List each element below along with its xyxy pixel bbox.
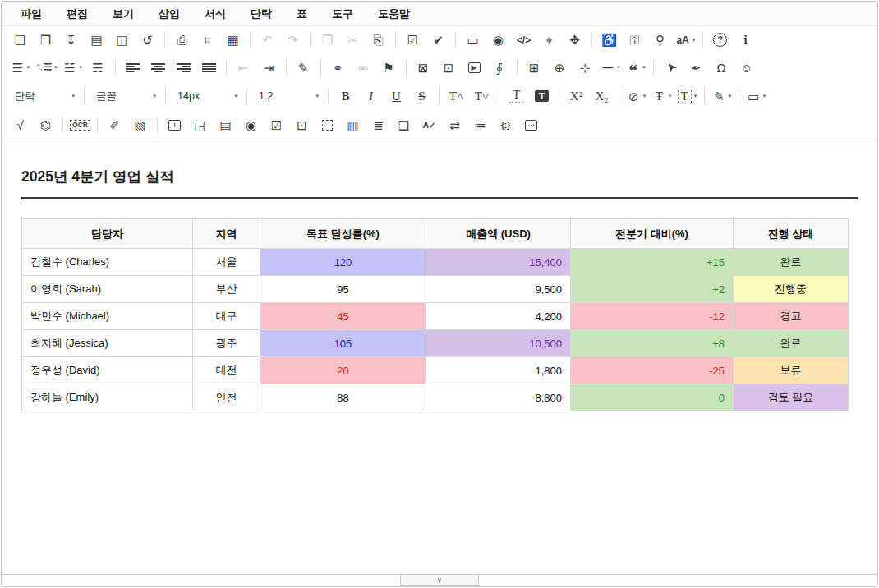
- table-cell[interactable]: +15: [571, 249, 734, 276]
- media-button[interactable]: ▶: [463, 56, 486, 79]
- menu-paragraph[interactable]: 단락: [238, 2, 284, 26]
- table-cell[interactable]: 10,500: [426, 330, 571, 357]
- image-search-button[interactable]: ⊡: [437, 56, 461, 79]
- table-cell[interactable]: 보류: [734, 357, 849, 384]
- column-header-6[interactable]: 진행 상태: [734, 219, 849, 249]
- ruler-button[interactable]: ▭: [461, 29, 485, 52]
- superscript-button[interactable]: X²: [564, 85, 588, 108]
- table-cell[interactable]: 88: [260, 384, 426, 411]
- help-button[interactable]: ?: [708, 29, 732, 52]
- multilevel-list-button[interactable]: ☴: [86, 56, 110, 79]
- align-left-button[interactable]: [121, 56, 145, 79]
- column-header-2[interactable]: 지역: [193, 219, 260, 249]
- table-cell[interactable]: 20: [260, 357, 426, 384]
- column-header-1[interactable]: 담당자: [22, 219, 193, 249]
- copy-page-button[interactable]: ❑: [392, 114, 416, 137]
- table-cell[interactable]: 45: [260, 303, 426, 330]
- paragraph-properties-button[interactable]: ✎▾: [710, 85, 734, 108]
- checkbox-button[interactable]: ☑: [265, 114, 288, 137]
- table-cell[interactable]: 4,200: [426, 303, 571, 330]
- column-header-4[interactable]: 매출액 (USD): [426, 219, 571, 249]
- find-document-button[interactable]: ⌖: [537, 29, 561, 52]
- special-character-button[interactable]: Ω: [710, 56, 734, 79]
- table-cell[interactable]: 인천: [193, 384, 260, 411]
- font-size-select[interactable]: 14px▾: [170, 85, 242, 108]
- table-cell[interactable]: 서울: [193, 249, 260, 276]
- table-cell[interactable]: 0: [571, 384, 734, 411]
- table-cell[interactable]: +8: [571, 330, 734, 357]
- transfer-content-button[interactable]: ⇄: [443, 114, 467, 137]
- horizontal-line-button[interactable]: —▾: [599, 56, 623, 79]
- indent-button[interactable]: ⇥: [257, 56, 281, 79]
- code-snippet-button[interactable]: {;}: [494, 114, 518, 137]
- underline-button[interactable]: U: [384, 85, 408, 108]
- table-cell[interactable]: 대구: [193, 303, 260, 330]
- table-insert-button[interactable]: ⊞: [522, 56, 546, 79]
- menu-edit[interactable]: 편집: [54, 2, 100, 26]
- table-cell[interactable]: 완료: [734, 330, 849, 357]
- search-button[interactable]: ⚲: [648, 29, 672, 52]
- table-cell[interactable]: 진행중: [734, 276, 849, 303]
- source-code-button[interactable]: </>: [512, 29, 536, 52]
- numbered-list-button[interactable]: ⒈☰▾: [34, 56, 59, 79]
- select-tool-button[interactable]: ➤: [659, 56, 683, 79]
- display-mode-button[interactable]: ▭▾: [744, 85, 768, 108]
- editor-content[interactable]: 2025년 4분기 영업 실적 담당자지역목표 달성률(%)매출액 (USD)전…: [2, 167, 877, 587]
- table-cell[interactable]: 120: [260, 249, 426, 276]
- font-case-button[interactable]: aA▾: [674, 29, 697, 52]
- paste-special-button[interactable]: ☑: [401, 29, 425, 52]
- image-button[interactable]: ⊠: [412, 56, 435, 79]
- italic-button[interactable]: I: [359, 85, 383, 108]
- button-field-button[interactable]: ⊡: [290, 114, 314, 137]
- form-layout-button[interactable]: ▥: [341, 114, 365, 137]
- save-download-button[interactable]: ↧: [59, 29, 83, 52]
- list-field-button[interactable]: ≣: [366, 114, 390, 137]
- history-restore-button[interactable]: ↺: [136, 29, 159, 52]
- table-cell[interactable]: 9,500: [426, 276, 571, 303]
- text-color-button[interactable]: T: [504, 85, 528, 108]
- comment-button[interactable]: ⋯: [519, 114, 543, 137]
- info-button[interactable]: i: [734, 29, 757, 52]
- decrease-font-size-button[interactable]: T˅: [470, 85, 494, 108]
- lock-button[interactable]: ⚿: [623, 29, 647, 52]
- detail-list-button[interactable]: ≔: [468, 114, 492, 137]
- fullscreen-button[interactable]: ✥: [563, 29, 587, 52]
- table-cell[interactable]: 1,800: [426, 357, 571, 384]
- table-cell[interactable]: 95: [260, 276, 426, 303]
- table-cell[interactable]: 대전: [193, 357, 260, 384]
- table-cell[interactable]: 박민수 (Michael): [22, 303, 193, 330]
- blockquote-button[interactable]: “▾: [624, 56, 648, 79]
- table-cell[interactable]: 이영희 (Sarah): [22, 276, 193, 303]
- document-template-button[interactable]: ▤: [85, 29, 108, 52]
- table-cell[interactable]: 8,800: [426, 384, 571, 411]
- line-height-select[interactable]: 1.2▾: [251, 85, 324, 108]
- page-setup-button[interactable]: ⌗: [196, 29, 219, 52]
- line-properties-button[interactable]: ✎: [292, 56, 315, 79]
- paragraph-style-select[interactable]: 단락▾: [7, 85, 80, 108]
- table-cell[interactable]: 정우성 (David): [22, 357, 193, 384]
- form-field-button[interactable]: ▤: [214, 114, 237, 137]
- chemical-formula-button[interactable]: ⌬: [34, 114, 58, 137]
- table-cell[interactable]: 김철수 (Charles): [22, 249, 193, 276]
- table-cell[interactable]: 강하늘 (Emily): [22, 384, 193, 411]
- table-cell[interactable]: 경고: [734, 303, 849, 330]
- table-cell[interactable]: 최지혜 (Jessica): [22, 330, 193, 357]
- table-cell[interactable]: 완료: [734, 249, 849, 276]
- selection-area-button[interactable]: [315, 114, 339, 137]
- table-cell[interactable]: -12: [571, 303, 734, 330]
- menu-help[interactable]: 도움말: [366, 2, 422, 26]
- table-cell[interactable]: 부산: [193, 276, 260, 303]
- table-cell[interactable]: +2: [571, 276, 734, 303]
- strikethrough-button[interactable]: S: [410, 85, 434, 108]
- new-document-button[interactable]: ❏: [8, 29, 32, 52]
- bold-button[interactable]: B: [334, 85, 357, 108]
- table-cell[interactable]: 15,400: [426, 249, 571, 276]
- format-eraser-button[interactable]: ⊘▾: [624, 85, 648, 108]
- menu-file[interactable]: 파일: [8, 2, 54, 26]
- clipboard-check-button[interactable]: ✔: [426, 29, 450, 52]
- attachment-button[interactable]: ∮: [488, 56, 512, 79]
- menu-format[interactable]: 서식: [192, 2, 238, 26]
- table-cell[interactable]: -25: [571, 357, 734, 384]
- column-header-5[interactable]: 전분기 대비(%): [571, 219, 734, 249]
- insert-placeholder-button[interactable]: ⊹: [573, 56, 597, 79]
